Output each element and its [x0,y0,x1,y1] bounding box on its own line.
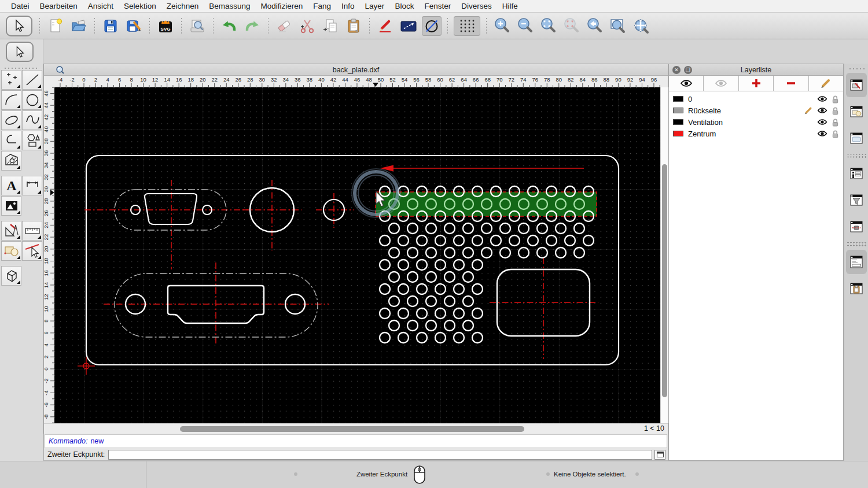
float-panel-icon[interactable]: ❐ [684,66,692,74]
menu-item-bearbeiten[interactable]: Bearbeiten [35,2,83,10]
menu-item-block[interactable]: Block [389,2,419,10]
svg-text:SVG: SVG [161,26,171,31]
zoom-auto-button[interactable] [539,16,558,36]
dock-filter-button[interactable] [846,188,867,212]
palette-select-tool-button[interactable] [6,42,34,62]
save-button[interactable] [101,16,120,36]
hatch-tool-button[interactable] [1,151,21,171]
delete-button[interactable] [274,16,294,36]
lock-icon[interactable] [832,130,839,138]
dock-command-line-button[interactable] [846,250,867,274]
eye-icon[interactable] [817,130,827,137]
menu-item-fenster[interactable]: Fenster [419,2,456,10]
menu-item-fang[interactable]: Fang [308,2,336,10]
svg-text:70: 70 [496,76,503,83]
menu-item-selektion[interactable]: Selektion [119,2,161,10]
arc-tool-button[interactable] [1,90,21,110]
zoom-selection-button[interactable] [562,16,582,36]
close-panel-icon[interactable]: ✕ [672,66,681,74]
horizontal-scrollbar-thumb[interactable] [180,426,524,432]
line-tool-button[interactable] [22,70,42,90]
points-tool-button[interactable] [1,70,21,90]
menu-item-layer[interactable]: Layer [360,2,390,10]
circle-tool-button[interactable] [22,90,42,110]
dock-layer-list-button[interactable] [846,73,867,97]
svg-text:14: 14 [164,76,170,83]
draw-pen-button[interactable] [376,16,395,36]
menu-item-info[interactable]: Info [336,2,360,10]
circle-tool-button[interactable] [422,16,442,36]
add-layer-button[interactable] [739,76,774,91]
vertical-scrollbar-thumb[interactable] [662,164,667,397]
zoom-in-button[interactable] [492,16,512,36]
pan-button[interactable] [631,16,651,36]
line-tool-button[interactable] [399,16,418,36]
lock-icon[interactable] [832,106,839,115]
menu-item-zeichnen[interactable]: Zeichnen [161,2,204,10]
copy-button[interactable] [321,16,340,36]
menu-item-bemassung[interactable]: Bemassung [204,2,255,10]
palette-drag-handle[interactable] [3,65,39,69]
dock-list-view-button[interactable] [846,161,867,186]
horizontal-scrollbar[interactable]: 1 < 10 [44,423,668,434]
image-tool-button[interactable] [1,196,21,216]
redo-button[interactable] [242,16,262,36]
palette-group-gap [1,171,43,176]
remove-layer-button[interactable] [774,76,808,91]
eye-icon[interactable] [817,119,827,125]
select-tool-button[interactable] [6,16,32,36]
text-tool-button[interactable]: A [1,176,21,195]
command-options-button[interactable] [654,450,665,460]
menu-item-ansicht[interactable]: Ansicht [83,2,119,10]
shapes-tool-button[interactable] [22,131,42,150]
eye-icon[interactable] [817,107,827,114]
lock-icon[interactable] [832,118,839,127]
undo-button[interactable] [219,16,239,36]
command-input[interactable] [108,450,652,460]
cut-button[interactable] [297,16,317,36]
layer-row-controls [817,130,843,138]
layer-row-0[interactable]: 0 [669,93,843,105]
svg-export-button[interactable]: SVG [156,16,175,36]
new-document-button[interactable] [46,16,65,36]
document-titlebar[interactable]: back_plate.dxf [44,64,668,76]
zoom-previous-button[interactable] [585,16,605,36]
dock-pen-settings-button[interactable] [846,215,867,239]
lock-icon[interactable] [832,95,839,103]
layer-row-ventilation[interactable]: Ventilation [669,116,843,128]
dock-block-list-button[interactable] [846,99,867,124]
svg-text:56: 56 [413,76,420,83]
open-file-button[interactable] [69,16,89,36]
edit-layer-button[interactable] [809,76,843,91]
drawing-canvas[interactable] [54,87,660,423]
save-as-button[interactable] [124,16,144,36]
vertical-scrollbar[interactable] [660,87,668,423]
paste-button[interactable] [344,16,363,36]
zoom-window-button[interactable] [608,16,628,36]
eye-icon[interactable] [817,95,827,102]
menu-item-diverses[interactable]: Diverses [456,2,497,10]
info-tool-button[interactable] [1,241,21,261]
dock-drag-handle[interactable] [848,66,865,70]
select-entity-tool-button[interactable] [22,241,42,261]
grid-toggle-button[interactable] [454,16,480,36]
hide-all-layers-button[interactable] [704,76,738,91]
layer-row-rückseite[interactable]: Rückseite [669,105,843,116]
print-preview-button[interactable] [187,16,207,36]
modify-tool-button[interactable] [1,221,21,241]
show-all-layers-button[interactable] [669,76,704,91]
measure-tool-button[interactable] [22,221,42,241]
menu-item-datei[interactable]: Datei [6,2,35,10]
dimension-tool-button[interactable] [22,176,42,195]
menu-item-modifizieren[interactable]: Modifizieren [256,2,308,10]
zoom-out-button[interactable] [516,16,535,36]
polyline-tool-button[interactable] [1,131,21,150]
spline-tool-button[interactable] [22,110,42,130]
ellipse-tool-button[interactable] [1,110,21,130]
minus-icon [786,78,796,88]
dock-clipboard-button[interactable] [846,276,867,301]
solid-tool-button[interactable] [1,266,21,286]
menu-item-hilfe[interactable]: Hilfe [497,2,523,10]
dock-library-browser-button[interactable] [846,126,867,150]
layer-row-zentrum[interactable]: Zentrum [669,128,843,139]
